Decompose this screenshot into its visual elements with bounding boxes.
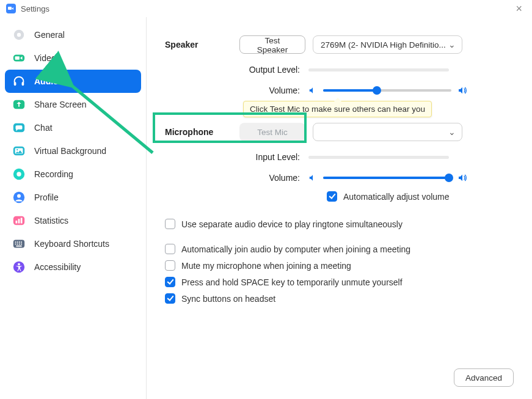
virtual-bg-icon xyxy=(12,144,26,158)
accessibility-icon xyxy=(12,260,26,274)
sidebar-label: Video xyxy=(34,53,56,63)
chevron-down-icon: ⌄ xyxy=(448,40,456,49)
sidebar-label: Chat xyxy=(34,123,53,133)
svg-rect-21 xyxy=(17,241,18,243)
sidebar-item-virtual-background[interactable]: Virtual Background xyxy=(5,139,141,163)
chat-icon xyxy=(12,121,26,134)
test-mic-tooltip: Click Test Mic to make sure others can h… xyxy=(243,101,432,117)
svg-rect-3 xyxy=(15,56,20,60)
sidebar-item-video[interactable]: Video xyxy=(5,46,141,70)
svg-rect-16 xyxy=(16,221,18,224)
ringtone-device-checkbox[interactable] xyxy=(165,219,175,229)
space-unmute-checkbox[interactable] xyxy=(165,277,175,287)
svg-rect-22 xyxy=(19,241,20,243)
output-level-label: Output Level: xyxy=(165,65,308,75)
space-unmute-label: Press and hold SPACE key to temporarily … xyxy=(181,277,403,287)
sidebar-item-keyboard-shortcuts[interactable]: Keyboard Shortcuts xyxy=(5,232,141,255)
input-level-meter xyxy=(308,156,449,159)
statistics-icon xyxy=(12,214,26,227)
svg-rect-24 xyxy=(15,244,16,245)
window-title: Settings xyxy=(21,4,49,13)
test-speaker-button[interactable]: Test Speaker xyxy=(239,35,305,54)
main-content: Speaker Test Speaker 2769M (2- NVIDIA Hi… xyxy=(147,17,532,399)
sidebar: General Video Audio Share Screen Chat xyxy=(0,17,147,399)
gear-icon xyxy=(12,28,26,42)
svg-rect-26 xyxy=(19,244,20,245)
svg-rect-4 xyxy=(14,82,16,86)
chevron-down-icon: ⌄ xyxy=(448,127,456,137)
volume-low-icon xyxy=(308,174,317,182)
auto-adjust-label: Automatically adjust volume xyxy=(343,192,450,202)
ringtone-label: Use separate audio device to play ringto… xyxy=(181,219,403,229)
speaker-volume-slider[interactable] xyxy=(323,89,451,92)
sidebar-label: Audio xyxy=(34,76,59,86)
svg-rect-28 xyxy=(16,246,21,247)
output-level-meter xyxy=(308,68,449,71)
svg-point-30 xyxy=(18,263,20,266)
sidebar-item-statistics[interactable]: Statistics xyxy=(5,209,141,232)
speaker-heading: Speaker xyxy=(165,40,232,49)
sidebar-item-recording[interactable]: Recording xyxy=(5,163,141,186)
svg-rect-18 xyxy=(21,218,23,223)
sidebar-item-chat[interactable]: Chat xyxy=(5,116,141,139)
speaker-device-value: 2769M (2- NVIDIA High Definitio... xyxy=(321,40,446,49)
sidebar-label: Share Screen xyxy=(34,100,87,109)
sync-headset-label: Sync buttons on headset xyxy=(181,294,275,304)
sync-headset-checkbox[interactable] xyxy=(165,293,175,304)
svg-rect-17 xyxy=(18,219,20,223)
sidebar-label: Statistics xyxy=(34,216,68,225)
svg-point-1 xyxy=(17,33,21,37)
svg-point-10 xyxy=(16,149,18,150)
sidebar-item-audio[interactable]: Audio xyxy=(5,70,141,93)
close-icon[interactable]: × xyxy=(512,2,526,15)
share-screen-icon xyxy=(12,98,26,111)
mic-volume-label: Volume: xyxy=(165,173,308,183)
mute-on-join-label: Mute my microphone when joining a meetin… xyxy=(181,261,351,271)
sidebar-label: Virtual Background xyxy=(34,146,106,156)
test-mic-button[interactable]: Test Mic xyxy=(239,123,305,141)
svg-point-12 xyxy=(16,172,21,176)
sidebar-item-share-screen[interactable]: Share Screen xyxy=(5,93,141,116)
recording-icon xyxy=(12,167,26,181)
headphones-icon xyxy=(12,75,26,88)
speaker-volume-label: Volume: xyxy=(165,86,308,95)
sidebar-label: General xyxy=(34,30,65,40)
auto-adjust-volume-checkbox[interactable] xyxy=(327,191,337,202)
app-icon xyxy=(6,4,16,13)
sidebar-label: Profile xyxy=(34,192,59,202)
svg-point-14 xyxy=(17,194,21,198)
profile-icon xyxy=(12,191,26,204)
microphone-heading: Microphone xyxy=(165,127,232,137)
sidebar-item-profile[interactable]: Profile xyxy=(5,186,141,209)
svg-rect-27 xyxy=(21,244,22,245)
sidebar-label: Keyboard Shortcuts xyxy=(34,239,109,249)
volume-low-icon xyxy=(308,86,317,95)
volume-high-icon xyxy=(457,173,467,183)
mic-volume-slider[interactable] xyxy=(323,177,451,179)
speaker-device-select[interactable]: 2769M (2- NVIDIA High Definitio... ⌄ xyxy=(313,35,462,54)
sidebar-label: Accessibility xyxy=(34,262,81,272)
svg-rect-20 xyxy=(15,241,16,243)
video-icon xyxy=(12,51,26,65)
auto-join-label: Automatically join audio by computer whe… xyxy=(181,244,410,254)
keyboard-icon xyxy=(12,237,26,251)
volume-high-icon xyxy=(457,86,467,95)
microphone-device-select[interactable]: ⌄ xyxy=(313,123,462,141)
svg-rect-5 xyxy=(22,82,24,86)
advanced-button[interactable]: Advanced xyxy=(454,368,514,387)
mute-on-join-checkbox[interactable] xyxy=(165,260,175,271)
sidebar-item-accessibility[interactable]: Accessibility xyxy=(5,255,141,279)
sidebar-item-general[interactable]: General xyxy=(5,23,141,46)
input-level-label: Input Level: xyxy=(165,152,308,162)
sidebar-label: Recording xyxy=(34,169,73,179)
auto-join-audio-checkbox[interactable] xyxy=(165,244,175,254)
svg-rect-23 xyxy=(21,241,22,243)
svg-rect-25 xyxy=(17,244,18,245)
